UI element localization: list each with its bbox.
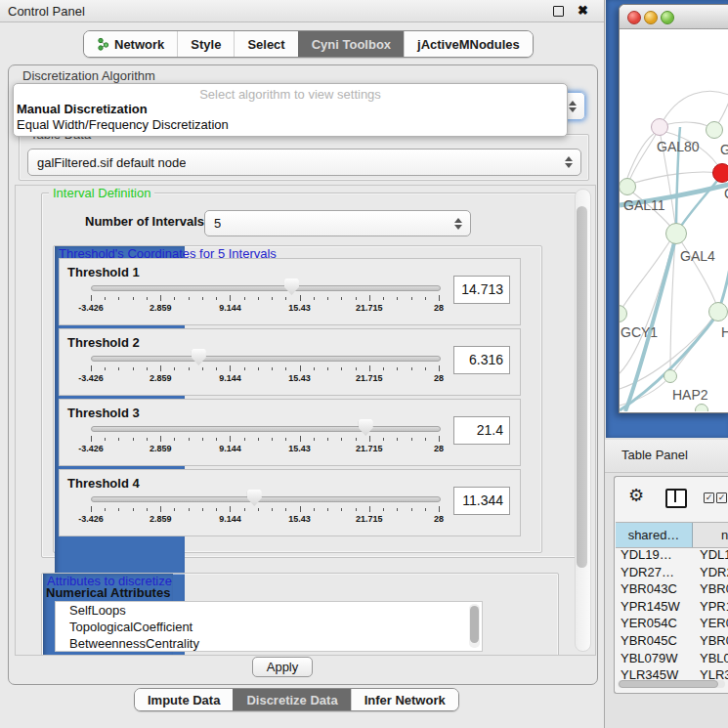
attribute-item-topologicalcoefficient[interactable]: TopologicalCoefficient bbox=[56, 619, 482, 635]
network-node-ga[interactable] bbox=[706, 121, 723, 139]
network-canvas[interactable]: GAL80GACGAL11GAL4GCY1HHAP2 bbox=[620, 29, 728, 411]
threshold-4-value-field[interactable]: 11.344 bbox=[453, 487, 510, 515]
threshold-1-label: Threshold 1 bbox=[67, 265, 140, 279]
network-node[interactable] bbox=[695, 404, 708, 411]
tab-impute-data[interactable]: Impute Data bbox=[135, 689, 233, 710]
table-hscrollbar[interactable] bbox=[618, 680, 725, 688]
tick-label: 28 bbox=[434, 373, 444, 383]
checkbox-icon[interactable]: ✓ bbox=[704, 492, 714, 503]
tick bbox=[118, 438, 119, 441]
tick bbox=[258, 297, 259, 300]
tick bbox=[244, 367, 245, 370]
threshold-3-slider-track[interactable] bbox=[91, 426, 441, 432]
tick bbox=[314, 508, 315, 511]
tick-label: 9.144 bbox=[219, 303, 241, 313]
cell-shared-name: YER054C bbox=[616, 616, 695, 633]
tick bbox=[133, 367, 134, 370]
table-row[interactable]: YDL19…YDL1 bbox=[616, 547, 728, 565]
tick-label: 9.144 bbox=[219, 373, 241, 383]
column-header-2[interactable]: n bbox=[693, 523, 728, 547]
threshold-4-slider-track[interactable] bbox=[91, 496, 441, 502]
threshold-2-slider-thumb[interactable] bbox=[192, 349, 206, 365]
tab-cyni-toolbox[interactable]: Cyni Toolbox bbox=[298, 31, 404, 57]
gear-icon[interactable]: ⚙ bbox=[628, 485, 644, 506]
columns-icon[interactable] bbox=[665, 489, 687, 508]
tab-style-label: Style bbox=[191, 37, 221, 52]
tab-infer-network-label: Infer Network bbox=[364, 693, 446, 707]
close-icon[interactable]: ✖ bbox=[578, 3, 588, 18]
num-intervals-combobox[interactable]: 5 bbox=[204, 210, 471, 236]
tick bbox=[285, 438, 286, 441]
tab-select[interactable]: Select bbox=[234, 31, 297, 57]
apply-button[interactable]: Apply bbox=[252, 657, 313, 677]
zoom-traffic-light-icon[interactable] bbox=[661, 11, 674, 24]
attribute-item-betweennesscentrality[interactable]: BetweennessCentrality bbox=[56, 635, 482, 652]
table-row[interactable]: YBR045CYBR0 bbox=[616, 633, 728, 651]
threshold-2-slider-track[interactable] bbox=[91, 356, 441, 362]
tick-label: 15.43 bbox=[288, 514, 311, 524]
tick bbox=[300, 436, 301, 442]
tab-style[interactable]: Style bbox=[177, 31, 234, 57]
tick bbox=[230, 506, 231, 512]
dropdown-option-equal-width-frequency-discretization[interactable]: Equal Width/Frequency Discretization bbox=[14, 117, 567, 133]
tick bbox=[285, 508, 286, 511]
tab-discretize-data-label: Discretize Data bbox=[246, 693, 337, 707]
tick bbox=[174, 508, 175, 511]
tick bbox=[425, 367, 426, 370]
tab-network[interactable]: Network bbox=[84, 31, 177, 57]
tab-jactivemnodules[interactable]: jActiveMNodules bbox=[404, 31, 533, 57]
table-panel: ⚙ ✓ ✓ shared…n YDL19…YDL1YDR27…YDR2YBR04… bbox=[614, 476, 728, 694]
network-node-c[interactable] bbox=[712, 163, 728, 183]
table-data-combobox[interactable]: galFiltered.sif default node bbox=[27, 149, 581, 176]
threshold-4-slider-thumb[interactable] bbox=[247, 490, 262, 506]
attribute-item-selfloops[interactable]: SelfLoops bbox=[56, 602, 482, 619]
interval-definition-title: Interval Definition bbox=[49, 186, 154, 200]
list-scrollbar[interactable] bbox=[469, 604, 480, 648]
threshold-3-value-field[interactable]: 21.4 bbox=[453, 416, 510, 445]
table-row[interactable]: YBR043CYBR0 bbox=[616, 581, 728, 599]
table-row[interactable]: YBL079WYBL0 bbox=[616, 651, 728, 668]
tab-infer-network[interactable]: Infer Network bbox=[351, 689, 458, 710]
column-header-1[interactable]: shared… bbox=[616, 523, 693, 547]
tick bbox=[397, 508, 398, 511]
tick bbox=[258, 508, 259, 511]
close-traffic-light-icon[interactable] bbox=[627, 11, 641, 24]
threshold-2-value-field[interactable]: 6.316 bbox=[453, 346, 510, 374]
threshold-1-value-field[interactable]: 14.713 bbox=[453, 276, 510, 304]
attributes-list[interactable]: SelfLoopsTopologicalCoefficientBetweenne… bbox=[55, 601, 483, 652]
threshold-1-slider-track[interactable] bbox=[91, 285, 441, 291]
table-row[interactable]: YPR145WYPR1 bbox=[616, 599, 728, 617]
screen: Control Panel ✖ NetworkStyleSelectCyni T… bbox=[0, 0, 728, 728]
checkbox-icon[interactable]: ✓ bbox=[716, 492, 727, 503]
tick bbox=[202, 508, 203, 511]
list-scrollbar-thumb[interactable] bbox=[470, 606, 479, 643]
tick bbox=[411, 508, 412, 511]
cell-shared-name: YPR145W bbox=[616, 599, 695, 617]
table-row[interactable]: YDR27…YDR2 bbox=[616, 565, 728, 582]
network-node-h[interactable] bbox=[708, 302, 728, 321]
float-panel-icon[interactable] bbox=[553, 6, 564, 17]
threshold-2-label: Threshold 2 bbox=[67, 335, 140, 350]
vertical-scrollbar-thumb[interactable] bbox=[577, 206, 587, 568]
tab-discretize-data[interactable]: Discretize Data bbox=[233, 689, 350, 710]
network-node-gal4[interactable] bbox=[665, 223, 687, 244]
threshold-1-slider-thumb[interactable] bbox=[284, 278, 299, 295]
network-node-gal80[interactable] bbox=[651, 118, 668, 136]
dropdown-option-manual-discretization[interactable]: Manual Discretization bbox=[14, 102, 567, 117]
thresholds-group: Threshold's Coordinates for 5 Intervals … bbox=[53, 245, 542, 553]
minimize-traffic-light-icon[interactable] bbox=[644, 11, 658, 24]
threshold-4-label: Threshold 4 bbox=[67, 476, 140, 491]
cell-name: YDL1 bbox=[695, 547, 728, 565]
tick bbox=[356, 297, 357, 300]
table-hscrollbar-thumb[interactable] bbox=[619, 680, 718, 688]
tick-label: 21.715 bbox=[356, 303, 383, 313]
num-intervals-label: Number of Intervals bbox=[85, 214, 204, 229]
tick bbox=[439, 506, 440, 512]
network-node-hap2[interactable] bbox=[664, 369, 677, 383]
threshold-3-slider-thumb[interactable] bbox=[359, 419, 373, 436]
table-row[interactable]: YER054CYER0 bbox=[616, 616, 728, 633]
tick bbox=[285, 297, 286, 300]
vertical-scrollbar[interactable] bbox=[575, 189, 591, 652]
tick bbox=[272, 297, 273, 300]
network-window-titlebar[interactable] bbox=[620, 5, 728, 29]
